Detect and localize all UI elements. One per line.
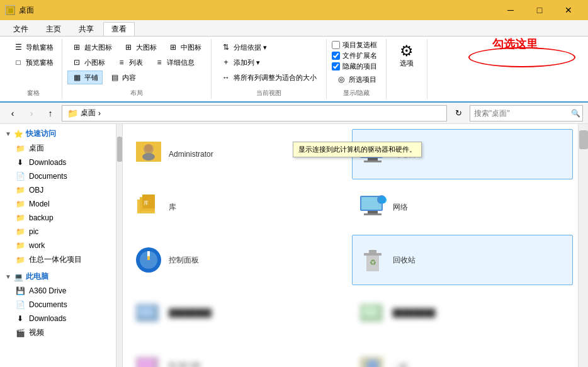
blurred4-label: ...up (393, 361, 407, 367)
tiles-btn[interactable]: ▦ 平铺 (67, 71, 103, 84)
sidebar-item-pic[interactable]: 📁 pic (0, 225, 116, 239)
file-content: Administrator 此电脑 (123, 124, 578, 367)
hidden-items-checkbox[interactable] (332, 62, 340, 71)
item-checkbox-item[interactable]: 项目复选框 (332, 40, 381, 50)
file-item-blurred1[interactable]: ████████ (128, 288, 349, 338)
title-bar-title: 桌面 (19, 5, 34, 16)
sidebar-item-documents[interactable]: 📄 Documents (0, 169, 116, 183)
minimize-button[interactable]: ─ (496, 0, 525, 20)
details-btn[interactable]: ≡ 详细信息 (150, 55, 199, 69)
fit-columns-btn[interactable]: ↔ 将所有列调整为适合的大小 (217, 71, 321, 84)
sidebar-item-backup[interactable]: 📁 backup (0, 211, 116, 225)
control-panel-thumb (133, 245, 164, 275)
refresh-button[interactable]: ↻ (451, 106, 466, 121)
downloads-pc-icon: ⬇ (15, 313, 25, 324)
tab-view[interactable]: 查看 (103, 22, 135, 36)
sidebar-pic-label: pic (29, 227, 38, 236)
selected-items-btn[interactable]: ◎ 所选项目 (332, 72, 381, 86)
search-input[interactable] (474, 109, 568, 118)
large-icons-icon: ⊞ (123, 42, 133, 52)
address-bar: ‹ › ↑ 📁 桌面 › ↻ 🔍 (0, 103, 588, 124)
file-item-library[interactable]: 库 库 (128, 182, 349, 232)
sidebar-item-docs-pc[interactable]: 📄 Documents (0, 298, 116, 312)
tab-home[interactable]: 主页 (38, 22, 69, 36)
blurred4-thumb (358, 351, 388, 367)
svg-point-5 (145, 144, 152, 152)
tab-file[interactable]: 文件 (5, 22, 37, 36)
svg-rect-36 (139, 359, 154, 367)
search-box[interactable]: 🔍 (470, 105, 583, 121)
recycle-bin-thumb: ♻ (358, 245, 388, 275)
annotation-text: 勾选这里 (492, 37, 538, 52)
administrator-label: Administrator (169, 150, 213, 159)
layout-row2: ⊡ 小图标 ≡ 列表 ≡ 详细信息 (67, 55, 206, 69)
svg-point-6 (142, 153, 155, 161)
preview-pane-btn[interactable]: □ 预览窗格 (10, 55, 57, 69)
sidebar-item-work[interactable]: 📁 work (0, 239, 116, 252)
tiles-icon: ▦ (72, 72, 82, 82)
sidebar-item-model[interactable]: 📁 Model (0, 197, 116, 211)
file-item-blurred4[interactable]: ...up (352, 341, 574, 367)
preview-pane-icon: □ (13, 57, 23, 67)
svg-rect-29 (369, 250, 376, 254)
sidebar-item-video[interactable]: 🎬 视频 (0, 325, 116, 340)
tab-share[interactable]: 共享 (71, 22, 102, 36)
options-btn[interactable]: ⚙ 选项 (392, 40, 422, 74)
sidebar-item-obj[interactable]: 📁 OBJ (0, 183, 116, 197)
list-btn[interactable]: ≡ 列表 (112, 55, 147, 69)
this-pc-header[interactable]: ▼ 💻 此电脑 (0, 269, 116, 284)
sidebar-item-desktop[interactable]: 📁 桌面 (0, 141, 116, 155)
file-item-recycle-bin[interactable]: ♻ 回收站 (352, 235, 574, 285)
svg-text:库: 库 (144, 200, 149, 206)
hidden-items-item[interactable]: 隐藏的项目 (332, 62, 381, 71)
small-icons-btn[interactable]: ⊡ 小图标 (67, 55, 110, 69)
address-field[interactable]: 📁 桌面 › (62, 105, 447, 121)
svg-rect-1 (8, 8, 13, 13)
file-extension-item[interactable]: 文件扩展名 (332, 51, 381, 60)
nav-pane-btn[interactable]: ☰ 导航窗格 (10, 40, 57, 54)
ribbon-group-options: ⚙ 选项 (387, 39, 427, 99)
sidebar-docs-pc-label: Documents (29, 300, 67, 309)
sidebar-video-label: 视频 (29, 327, 44, 338)
quick-access-header[interactable]: ▼ ⭐ 快速访问 (0, 127, 116, 141)
layout-group-label: 布局 (67, 86, 206, 98)
show-hide-label: 显示/隐藏 (332, 86, 381, 98)
sidebar-item-project[interactable]: 📁 住总一体化项目 (0, 252, 116, 267)
item-checkbox-input[interactable] (332, 41, 340, 49)
sidebar-item-a360[interactable]: 💾 A360 Drive (0, 284, 116, 298)
forward-button[interactable]: › (24, 106, 39, 121)
up-button[interactable]: ↑ (43, 106, 58, 121)
blurred1-thumb (133, 298, 164, 328)
options-icon: ⚙ (402, 46, 412, 56)
quick-access-section: ▼ ⭐ 快速访问 📁 桌面 ⬇ Downloads 📄 Documents 📁 … (0, 127, 116, 267)
close-button[interactable]: ✕ (554, 0, 583, 20)
sidebar-work-label: work (29, 241, 45, 250)
sidebar-item-downloads-pc[interactable]: ⬇ Downloads (0, 312, 116, 325)
file-item-control-panel[interactable]: 控制面板 (128, 235, 349, 285)
sidebar-project-label: 住总一体化项目 (29, 254, 82, 265)
file-area: Administrator 此电脑 (123, 124, 588, 367)
file-extension-checkbox[interactable] (332, 52, 340, 60)
file-item-blurred2[interactable]: ████████ (352, 288, 574, 338)
maximize-button[interactable]: □ (525, 0, 554, 20)
file-scroll-thumb (579, 130, 588, 149)
add-columns-btn[interactable]: + 添加列 ▾ (217, 55, 321, 69)
sort-by-btn[interactable]: ⇅ 分组依据 ▾ (217, 40, 321, 54)
large-icons-btn[interactable]: ⊞ 大图标 (119, 40, 161, 54)
extra-large-icons-btn[interactable]: ⊞ 超大图标 (67, 40, 116, 54)
medium-icons-btn[interactable]: ⊞ 中图标 (164, 40, 206, 54)
file-area-scrollbar[interactable] (578, 124, 588, 367)
network-thumb: 🌐 (358, 192, 388, 222)
file-item-network[interactable]: 🌐 网络 (352, 182, 574, 232)
title-bar-controls: ─ □ ✕ (496, 0, 583, 20)
sidebar-item-downloads[interactable]: ⬇ Downloads (0, 155, 116, 169)
small-icons-icon: ⊡ (72, 57, 82, 67)
sidebar-scrollbar[interactable] (116, 124, 123, 367)
desktop-folder-icon: 📁 (15, 144, 25, 154)
options-label (392, 95, 422, 98)
content-btn[interactable]: ▤ 内容 (105, 71, 140, 84)
sidebar-downloads-pc-label: Downloads (29, 314, 66, 323)
show-hide-content: 项目复选框 文件扩展名 隐藏的项目 ◎ 所选项目 (332, 40, 381, 86)
file-item-blurred3[interactable]: ELSE KB (128, 341, 349, 367)
back-button[interactable]: ‹ (5, 106, 20, 121)
